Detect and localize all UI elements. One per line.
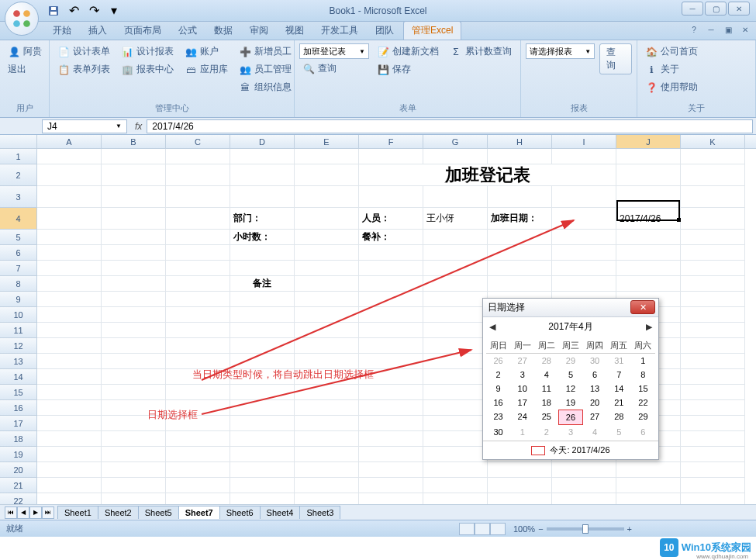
cell-K3[interactable] [681, 186, 745, 208]
day-5[interactable]: 5 [558, 368, 582, 382]
day-31[interactable]: 31 [607, 354, 631, 368]
cell-A18[interactable] [37, 431, 102, 447]
cell-C17[interactable] [166, 416, 230, 431]
cell-E9[interactable] [295, 292, 359, 307]
row-header-14[interactable]: 14 [0, 369, 37, 385]
row-header-5[interactable]: 5 [0, 230, 37, 245]
cell-E15[interactable] [295, 385, 359, 400]
cell-B12[interactable] [102, 338, 166, 354]
day-11[interactable]: 11 [534, 382, 558, 396]
cell-K18[interactable] [681, 431, 745, 447]
cell-B14[interactable] [102, 369, 166, 385]
cell-J1[interactable] [616, 149, 681, 164]
cell-A12[interactable] [37, 338, 102, 354]
cell-G12[interactable] [423, 338, 488, 354]
cell-B17[interactable] [102, 416, 166, 431]
col-header-J[interactable]: J [616, 135, 681, 148]
cell-J4[interactable]: 2017/4/26 [616, 208, 681, 230]
tab-管理Excel[interactable]: 管理Excel [403, 21, 461, 40]
org-info-button[interactable]: 🏛组织信息 [236, 79, 295, 95]
cell-K16[interactable] [681, 400, 745, 416]
cell-E2[interactable] [295, 164, 359, 186]
col-header-C[interactable]: C [166, 135, 230, 148]
day-21[interactable]: 21 [607, 396, 631, 410]
account-button[interactable]: 👥账户 [181, 43, 231, 60]
cell-E22[interactable] [295, 493, 359, 504]
cell-E19[interactable] [295, 447, 359, 462]
next-month-button[interactable]: ▶ [646, 322, 652, 332]
cell-F19[interactable] [359, 447, 423, 462]
cell-E14[interactable] [295, 369, 359, 385]
cell-F13[interactable] [359, 354, 423, 369]
cell-A9[interactable] [37, 292, 102, 307]
sheet-tab-Sheet6[interactable]: Sheet6 [219, 506, 261, 519]
cell-H6[interactable] [488, 245, 552, 261]
cell-F21[interactable] [359, 478, 423, 493]
name-box[interactable]: J4▼ [42, 119, 127, 133]
save-icon[interactable] [45, 2, 62, 19]
cell-F7[interactable] [359, 261, 423, 276]
cell-K11[interactable] [681, 323, 745, 338]
restore-window-icon[interactable]: ▣ [722, 23, 734, 36]
cell-E1[interactable] [295, 149, 359, 164]
minimize-ribbon-icon[interactable]: ─ [705, 23, 717, 36]
cell-E3[interactable] [295, 186, 359, 208]
cell-I6[interactable] [552, 245, 616, 261]
cell-C9[interactable] [166, 292, 230, 307]
cell-F1[interactable] [359, 149, 423, 164]
col-header-D[interactable]: D [230, 135, 295, 148]
cell-G6[interactable] [423, 245, 488, 261]
cell-K17[interactable] [681, 416, 745, 431]
cell-D2[interactable] [230, 164, 295, 186]
sheet-tab-Sheet5[interactable]: Sheet5 [138, 506, 179, 519]
zoom-out-button[interactable]: − [538, 524, 543, 534]
row-header-8[interactable]: 8 [0, 276, 37, 292]
col-header-H[interactable]: H [488, 135, 552, 148]
day-27[interactable]: 27 [583, 410, 607, 425]
cell-A21[interactable] [37, 478, 102, 493]
cell-D3[interactable] [230, 186, 295, 208]
cell-I22[interactable] [552, 493, 616, 504]
day-6[interactable]: 6 [631, 425, 655, 439]
cell-J2[interactable] [616, 164, 681, 186]
tab-团队[interactable]: 团队 [368, 22, 402, 40]
cell-D10[interactable] [230, 307, 295, 323]
date-picker-close-button[interactable]: ✕ [630, 300, 655, 314]
form-select-combo[interactable]: 加班登记表▼ [299, 43, 369, 59]
cell-G22[interactable] [423, 493, 488, 504]
cell-D20[interactable] [230, 462, 295, 478]
day-29[interactable]: 29 [631, 410, 655, 425]
day-26[interactable]: 26 [486, 354, 510, 368]
day-2[interactable]: 2 [534, 425, 558, 439]
cell-K6[interactable] [681, 245, 745, 261]
tab-公式[interactable]: 公式 [171, 22, 205, 40]
cell-K9[interactable] [681, 292, 745, 307]
day-16[interactable]: 16 [486, 396, 510, 410]
cell-A13[interactable] [37, 354, 102, 369]
page-break-view-button[interactable] [490, 523, 506, 535]
day-17[interactable]: 17 [510, 396, 534, 410]
cell-F8[interactable] [359, 276, 423, 292]
cell-D6[interactable] [230, 245, 295, 261]
cell-A14[interactable] [37, 369, 102, 385]
cell-H3[interactable] [488, 186, 552, 208]
cell-G19[interactable] [423, 447, 488, 462]
cell-I1[interactable] [552, 149, 616, 164]
cell-J20[interactable] [616, 462, 681, 478]
cell-D12[interactable] [230, 338, 295, 354]
cell-A1[interactable] [37, 149, 102, 164]
cell-J22[interactable] [616, 493, 681, 504]
row-header-1[interactable]: 1 [0, 149, 37, 164]
row-header-3[interactable]: 3 [0, 186, 37, 208]
employee-mgmt-button[interactable]: 👥员工管理 [236, 61, 295, 78]
cell-G21[interactable] [423, 478, 488, 493]
cell-F2[interactable]: 加班登记表 [359, 164, 616, 186]
cell-F20[interactable] [359, 462, 423, 478]
cell-B7[interactable] [102, 261, 166, 276]
cell-C3[interactable] [166, 186, 230, 208]
cell-D5[interactable]: 小时数： [230, 230, 295, 245]
close-workbook-icon[interactable]: ✕ [739, 23, 751, 36]
cell-A19[interactable] [37, 447, 102, 462]
cell-G20[interactable] [423, 462, 488, 478]
day-23[interactable]: 23 [486, 410, 510, 425]
